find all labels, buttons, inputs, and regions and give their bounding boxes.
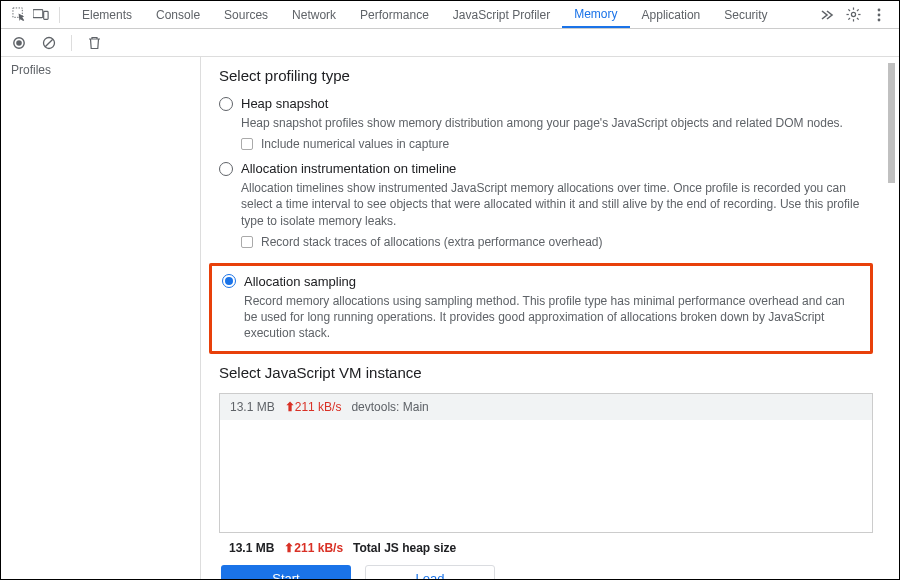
- svg-point-13: [878, 13, 881, 16]
- vertical-scrollbar[interactable]: [884, 60, 896, 576]
- inspect-icon[interactable]: [11, 7, 27, 23]
- option-desc: Heap snapshot profiles show memory distr…: [241, 115, 873, 131]
- arrow-up-icon: ⬆: [285, 400, 295, 414]
- start-button[interactable]: Start: [221, 565, 351, 579]
- option-heap-snapshot: Heap snapshot Heap snapshot profiles sho…: [219, 96, 873, 161]
- tab-memory[interactable]: Memory: [562, 1, 629, 28]
- svg-line-18: [45, 39, 53, 47]
- devtools-window: Elements Console Sources Network Perform…: [0, 0, 900, 580]
- highlight-allocation-sampling: Allocation sampling Record memory alloca…: [209, 263, 873, 355]
- option-allocation-timeline: Allocation instrumentation on timeline A…: [219, 161, 873, 259]
- vm-instance-row[interactable]: 13.1 MB ⬆211 kB/s devtools: Main: [220, 394, 872, 420]
- sidebar-profiles-label: Profiles: [11, 63, 190, 77]
- svg-line-9: [856, 18, 858, 20]
- tab-javascript-profiler[interactable]: JavaScript Profiler: [441, 1, 562, 28]
- kebab-menu-icon[interactable]: [871, 7, 887, 23]
- total-label: Total JS heap size: [353, 541, 456, 555]
- svg-rect-2: [44, 11, 48, 19]
- device-toolbar-icon[interactable]: [33, 7, 49, 23]
- vm-instance-heading: Select JavaScript VM instance: [219, 364, 873, 381]
- clear-icon[interactable]: [41, 35, 57, 51]
- tab-sources[interactable]: Sources: [212, 1, 280, 28]
- svg-rect-1: [33, 9, 43, 17]
- vm-name: devtools: Main: [351, 400, 428, 414]
- checkbox-include-numerical[interactable]: [241, 138, 253, 150]
- option-desc: Allocation timelines show instrumented J…: [241, 180, 873, 229]
- option-title: Allocation instrumentation on timeline: [241, 161, 456, 176]
- vm-instance-list: 13.1 MB ⬆211 kB/s devtools: Main: [219, 393, 873, 533]
- vm-size: 13.1 MB: [230, 400, 275, 414]
- option-allocation-sampling: Allocation sampling Record memory alloca…: [222, 274, 860, 342]
- tab-elements[interactable]: Elements: [70, 1, 144, 28]
- radio-allocation-sampling[interactable]: [222, 274, 236, 288]
- total-rate: ⬆211 kB/s: [284, 541, 343, 555]
- trash-icon[interactable]: [86, 35, 102, 51]
- option-title: Allocation sampling: [244, 274, 356, 289]
- svg-point-14: [878, 18, 881, 21]
- checkbox-record-stack-traces[interactable]: [241, 236, 253, 248]
- more-tabs-icon[interactable]: [819, 7, 835, 23]
- svg-point-3: [851, 12, 855, 16]
- heap-total-row: 13.1 MB ⬆211 kB/s Total JS heap size: [219, 533, 873, 555]
- profiles-sidebar: Profiles: [1, 57, 201, 579]
- record-icon[interactable]: [11, 35, 27, 51]
- profiling-type-heading: Select profiling type: [219, 67, 873, 84]
- tab-console[interactable]: Console: [144, 1, 212, 28]
- checkbox-label: Record stack traces of allocations (extr…: [261, 235, 603, 249]
- load-button[interactable]: Load: [365, 565, 495, 579]
- tab-performance[interactable]: Performance: [348, 1, 441, 28]
- total-size: 13.1 MB: [229, 541, 274, 555]
- tab-network[interactable]: Network: [280, 1, 348, 28]
- divider: [59, 7, 60, 23]
- svg-line-8: [848, 9, 850, 11]
- divider: [71, 35, 72, 51]
- svg-point-12: [878, 8, 881, 11]
- svg-line-10: [848, 18, 850, 20]
- tab-security[interactable]: Security: [712, 1, 779, 28]
- tab-application[interactable]: Application: [630, 1, 713, 28]
- svg-point-16: [16, 40, 22, 46]
- arrow-up-icon: ⬆: [284, 541, 294, 555]
- gear-icon[interactable]: [845, 7, 861, 23]
- option-desc: Record memory allocations using sampling…: [244, 293, 860, 342]
- checkbox-label: Include numerical values in capture: [261, 137, 449, 151]
- radio-heap-snapshot[interactable]: [219, 97, 233, 111]
- radio-allocation-timeline[interactable]: [219, 162, 233, 176]
- option-title: Heap snapshot: [241, 96, 328, 111]
- svg-line-11: [856, 9, 858, 11]
- vm-rate: ⬆211 kB/s: [285, 400, 342, 414]
- memory-content: Select profiling type Heap snapshot Heap…: [201, 57, 899, 579]
- panel-tabstrip: Elements Console Sources Network Perform…: [1, 1, 899, 29]
- memory-toolbar: [1, 29, 899, 57]
